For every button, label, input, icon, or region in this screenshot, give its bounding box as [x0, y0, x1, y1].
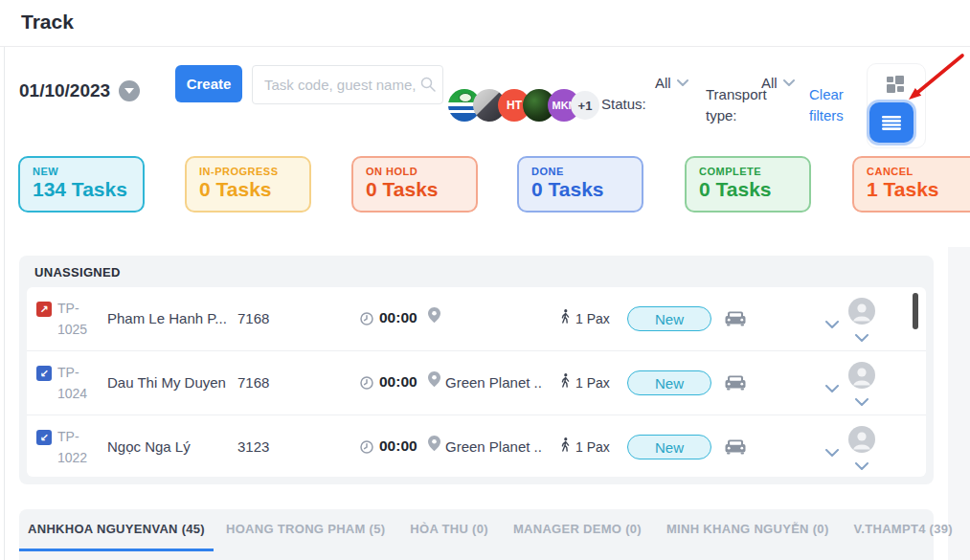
task-list: ↗ TP- 1025 Pham Le Hanh P... 7168 00:00 …: [27, 287, 926, 477]
map-pin-icon: [428, 436, 440, 455]
assignee-chevron-icon[interactable]: [855, 328, 868, 346]
track-page: Track 01/10/2023 Create HT MKN +1 Status…: [0, 0, 970, 560]
avatar-overflow-count[interactable]: +1: [571, 91, 599, 120]
guest-name: Dau Thi My Duyen: [107, 374, 232, 391]
tab-manager-demo[interactable]: MANAGER DEMO (0): [501, 509, 654, 551]
expand-chevron-icon[interactable]: [825, 379, 839, 396]
arrival-icon: ↙: [36, 366, 52, 381]
driver-tabs-bar: ANHKHOA NGUYENVAN (45) HOANG TRONG PHAM …: [19, 509, 934, 560]
page-header: Track: [0, 0, 970, 47]
status-card-done[interactable]: DONE 0 Tasks: [517, 156, 643, 213]
walking-person-icon: [559, 437, 571, 457]
list-view-button[interactable]: [869, 102, 914, 143]
status-card-label: DONE: [531, 166, 642, 177]
expand-chevron-icon[interactable]: [825, 443, 839, 460]
transport-filter-value: All: [761, 75, 778, 91]
status-card-label: CANCEL: [867, 166, 970, 177]
task-time: 00:00: [379, 373, 417, 391]
departure-icon: ↗: [36, 302, 52, 317]
status-badge: New: [627, 435, 711, 459]
task-time: 00:00: [379, 309, 417, 326]
status-card-count: 1 Tasks: [867, 178, 970, 201]
map-pin-icon: [428, 307, 440, 326]
task-ref: 3123: [237, 438, 269, 455]
status-card-cancel[interactable]: CANCEL 1 Tasks: [852, 156, 970, 213]
task-location: Green Planet ...: [445, 438, 543, 455]
guest-name: Pham Le Hanh P...: [107, 310, 232, 326]
unassigned-panel: UNASSIGNED ↗ TP- 1025 Pham Le Hanh P... …: [19, 256, 934, 484]
task-code: TP- 1024: [57, 362, 87, 404]
chevron-down-icon: [677, 79, 688, 86]
car-icon: [725, 311, 746, 330]
walking-person-icon: [559, 308, 571, 328]
status-card-on-hold[interactable]: ON HOLD 0 Tasks: [351, 156, 478, 213]
tab-hoang-trong-pham[interactable]: HOANG TRONG PHAM (5): [214, 509, 397, 551]
status-card-label: ON HOLD: [366, 166, 476, 177]
map-pin-icon: [428, 371, 440, 391]
tab-minh-khang-nguyen[interactable]: MINH KHANG NGUYỄN (0): [654, 509, 842, 551]
page-title: Track: [21, 11, 74, 34]
assignee-chevron-icon[interactable]: [855, 392, 868, 410]
pax-count: 1 Pax: [575, 311, 610, 326]
walking-person-icon: [559, 372, 571, 392]
status-filter-select[interactable]: All: [655, 75, 688, 91]
unassigned-title: UNASSIGNED: [34, 265, 121, 280]
search-box: [252, 65, 443, 104]
status-card-new[interactable]: NEW 134 Tasks: [18, 156, 145, 213]
transport-filter-select[interactable]: All: [761, 75, 795, 91]
grid-icon: [886, 75, 905, 94]
chevron-down-icon: [783, 79, 795, 86]
pax-count: 1 Pax: [575, 439, 610, 455]
status-card-count: 0 Tasks: [531, 178, 642, 201]
task-row[interactable]: ↙ TP- 1022 Ngọc Nga Lý 3123 00:00 Green …: [27, 415, 926, 477]
clock-icon: [360, 376, 373, 393]
status-card-count: 0 Tasks: [366, 178, 476, 201]
status-badge: New: [627, 370, 711, 395]
assignee-avatar-placeholder[interactable]: [848, 426, 875, 457]
task-ref: 7168: [237, 374, 269, 391]
status-card-label: COMPLETE: [699, 166, 809, 177]
status-filter-label: Status:: [601, 96, 646, 112]
task-ref: 7168: [237, 310, 269, 326]
date-dropdown-icon[interactable]: [119, 80, 140, 101]
clear-filters-link[interactable]: Clear filters: [809, 84, 857, 126]
expand-chevron-icon[interactable]: [825, 315, 839, 332]
car-icon: [725, 375, 746, 394]
status-badge: New: [627, 306, 711, 331]
view-toggle-card: [867, 63, 926, 148]
task-row[interactable]: ↗ TP- 1025 Pham Le Hanh P... 7168 00:00 …: [27, 287, 926, 351]
grid-view-button[interactable]: [878, 68, 913, 101]
create-button[interactable]: Create: [175, 65, 242, 102]
status-card-count: 0 Tasks: [699, 178, 809, 201]
status-filter-value: All: [655, 75, 671, 91]
task-code: TP- 1025: [57, 298, 87, 340]
assignee-chevron-icon[interactable]: [855, 457, 868, 474]
hamburger-list-icon: [882, 116, 901, 130]
assignee-avatar-placeholder[interactable]: [848, 362, 875, 392]
date-selector[interactable]: 01/10/2023: [19, 80, 140, 101]
date-value: 01/10/2023: [19, 80, 110, 101]
assignee-avatar-placeholder[interactable]: [848, 298, 875, 328]
search-icon: [420, 77, 436, 96]
arrival-icon: ↙: [36, 430, 52, 445]
task-time: 00:00: [379, 437, 417, 455]
task-location: Green Planet ...: [445, 374, 543, 391]
tab-hoa-thu[interactable]: HÒA THU (0): [397, 509, 501, 551]
status-card-count: 0 Tasks: [199, 178, 309, 201]
left-border-line: [4, 47, 5, 560]
status-card-complete[interactable]: COMPLETE 0 Tasks: [685, 156, 811, 213]
tab-anhkhoa-nguyenvan[interactable]: ANHKHOA NGUYENVAN (45): [19, 509, 214, 551]
vertical-scrollbar-thumb[interactable]: [913, 293, 918, 329]
pax-count: 1 Pax: [575, 375, 610, 391]
car-icon: [725, 439, 746, 459]
status-card-count: 134 Tasks: [33, 178, 143, 201]
clock-icon: [360, 440, 373, 458]
status-card-label: NEW: [33, 166, 143, 177]
tab-vthampt4[interactable]: V.THAMPT4 (39): [842, 509, 965, 551]
task-row[interactable]: ↙ TP- 1024 Dau Thi My Duyen 7168 00:00 G…: [27, 351, 926, 415]
clock-icon: [360, 312, 373, 329]
status-card-in-progress[interactable]: IN-PROGRESS 0 Tasks: [185, 156, 311, 213]
status-card-label: IN-PROGRESS: [199, 166, 309, 177]
guest-name: Ngọc Nga Lý: [107, 438, 232, 455]
search-input[interactable]: [253, 66, 442, 103]
